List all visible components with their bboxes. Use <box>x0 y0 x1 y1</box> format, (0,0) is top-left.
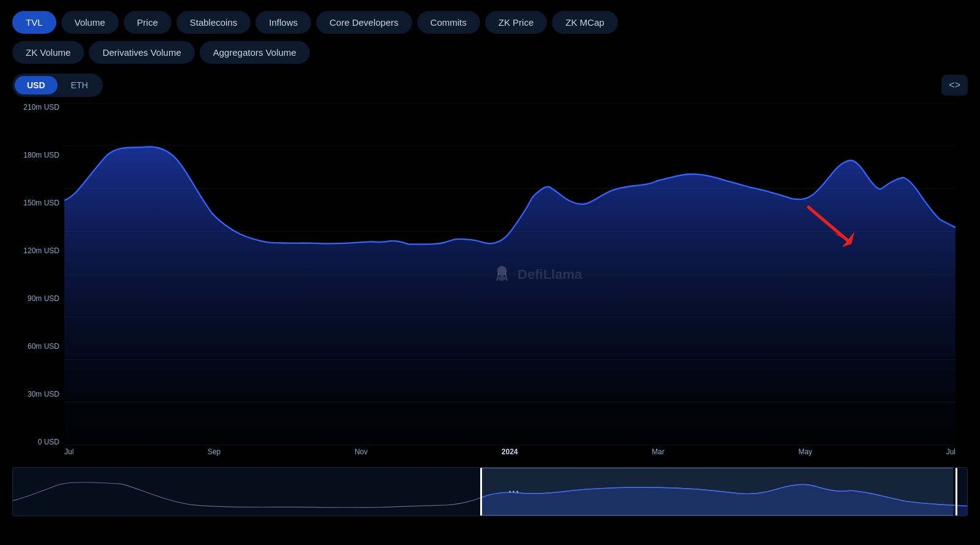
tab-volume[interactable]: Volume <box>61 11 119 34</box>
minimap[interactable] <box>12 467 968 516</box>
tab-aggregators-volume[interactable]: Aggregators Volume <box>200 41 310 64</box>
y-label-210: 210m USD <box>12 103 64 112</box>
embed-button[interactable]: <> <box>941 75 968 96</box>
x-label-mar: Mar <box>652 448 665 456</box>
tab-zk-price[interactable]: ZK Price <box>485 11 548 34</box>
y-label-180: 180m USD <box>12 151 64 159</box>
tab-stablecoins[interactable]: Stablecoins <box>176 11 251 34</box>
chart-area: 210m USD 180m USD 150m USD 120m USD 90m … <box>12 103 968 465</box>
x-label-nov: Nov <box>355 448 368 456</box>
chart-svg <box>64 103 956 446</box>
tab-core-developers[interactable]: Core Developers <box>316 11 412 34</box>
x-label-sep: Sep <box>208 448 221 456</box>
tab-inflows[interactable]: Inflows <box>255 11 311 34</box>
currency-toggle: USD ETH <box>12 74 103 97</box>
y-label-150: 150m USD <box>12 199 64 207</box>
minimap-selection <box>480 468 952 516</box>
y-label-30: 30m USD <box>12 390 64 398</box>
tab-price[interactable]: Price <box>124 11 172 34</box>
currency-row: USD ETH <> <box>12 74 968 97</box>
y-label-90: 90m USD <box>12 294 64 303</box>
minimap-drag-indicator <box>509 491 518 493</box>
x-axis: Jul Sep Nov 2024 Mar May Jul <box>64 448 956 465</box>
currency-usd-btn[interactable]: USD <box>15 76 58 94</box>
tab-zk-mcap[interactable]: ZK MCap <box>552 11 617 34</box>
x-label-2024: 2024 <box>502 448 518 456</box>
y-label-0: 0 USD <box>12 438 64 446</box>
y-axis: 210m USD 180m USD 150m USD 120m USD 90m … <box>12 103 64 465</box>
tab-derivatives-volume[interactable]: Derivatives Volume <box>89 41 194 64</box>
tab-row-2: ZK Volume Derivatives Volume Aggregators… <box>12 41 968 64</box>
minimap-handle-left[interactable] <box>480 468 482 516</box>
minimap-handle-right[interactable] <box>956 468 957 516</box>
x-label-may: May <box>798 448 812 456</box>
tab-commits[interactable]: Commits <box>417 11 480 34</box>
chart-svg-container: DefiLlama <box>64 103 956 446</box>
x-label-jul-1: Jul <box>64 448 74 456</box>
x-label-jul-2: Jul <box>946 448 956 456</box>
y-label-60: 60m USD <box>12 342 64 351</box>
tab-row-1: TVL Volume Price Stablecoins Inflows Cor… <box>12 11 968 34</box>
y-label-120: 120m USD <box>12 246 64 255</box>
currency-eth-btn[interactable]: ETH <box>59 76 100 94</box>
tab-tvl[interactable]: TVL <box>12 11 56 34</box>
tab-zk-volume[interactable]: ZK Volume <box>12 41 84 64</box>
